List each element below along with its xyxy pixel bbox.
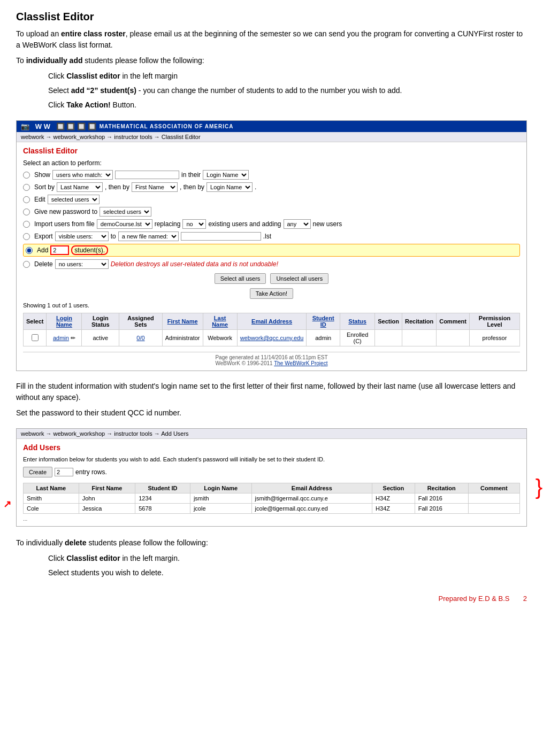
cell-login-name: jcole [190,504,251,514]
col-comment: Comment [468,483,519,493]
topbar-icons: 📷 W W 🔲 🔲 🔲 🔲 [21,122,96,130]
sort-select3[interactable]: Login NameLast NameFirst Name [207,182,253,192]
cell-status: Enrolled (C) [340,330,374,346]
cell-email: jcole@tigermail.qcc.cuny.ed [251,504,372,514]
row-checkbox[interactable] [32,334,39,341]
import-replace-select[interactable]: noyes [182,219,206,229]
add-radio[interactable] [26,247,33,254]
add-row: Add student(s). [23,244,520,257]
cell-student-id: 1234 [135,493,190,504]
classlist-editor-content: Classlist Editor Select an action to per… [17,142,526,371]
col-section: Section [372,483,415,493]
col-first-name: First Name [162,313,203,330]
arrow-annotation: ↗ [3,498,11,510]
take-action-button[interactable]: Take Action! [250,288,293,299]
classlist-editor-title: Classlist Editor [23,146,520,155]
create-count-input[interactable] [55,468,73,476]
col-email: Email Address [237,313,307,330]
edit-select[interactable]: selected usersvisible users [48,195,100,204]
users-table: Select Login Name Login Status Assigned … [23,313,520,346]
col-email: Email Address [251,483,372,493]
table-row: Smith John 1234 jsmith jsmith@tigermail.… [24,493,520,504]
col-first-name: First Name [79,483,135,493]
cell-last-name: Webwork [203,330,237,346]
unselect-all-button[interactable]: Unselect all users [270,273,328,284]
cell-comment [468,493,519,504]
intro-text-2: To [16,56,26,65]
cell-recitation [402,330,437,346]
ss2-bottom-note: ... [23,516,520,522]
ss2-content: Add Users Enter information below for st… [17,439,526,526]
col-select: Select [24,313,47,330]
export-filename-input[interactable] [181,232,261,241]
intro-bold-1: entire class roster [61,29,126,38]
delete-step1: Click Classlist editor in the left margi… [48,553,527,564]
delete-radio[interactable] [23,261,30,268]
col-last-name: Last Name [24,483,79,493]
showing-text: Showing 1 out of 1 users. [23,302,520,308]
action-buttons: Select all users Unselect all users [23,273,520,284]
cell-select [24,330,47,346]
table-header-row: Select Login Name Login Status Assigned … [24,313,520,330]
show-field-select[interactable]: Login Name First Name Last Name Email [203,170,249,180]
col-login-name: Login Name [47,313,82,330]
ss1-footer: Page generated at 11/14/2016 at 05:11pm … [23,352,520,366]
ss2-breadcrumb: webwork → webwork_workshop → instructor … [17,429,526,439]
import-radio[interactable] [23,221,30,228]
delete-step2: Select students you wish to delete. [48,567,527,578]
sort-select1[interactable]: Last NameFirst NameLogin Name [57,182,103,192]
topbar: 📷 W W 🔲 🔲 🔲 🔲 MATHEMATICAL ASSOCIATION O… [17,121,526,132]
middle-para2: Set the password to their student QCC id… [16,407,527,419]
select-all-button[interactable]: Select all users [215,273,266,284]
cell-comment [468,504,519,514]
intro-text-1: To upload an [16,29,61,38]
cell-first-name: John [79,493,135,504]
page-number: 2 [523,595,527,603]
intro-para1: To upload an entire class roster, please… [16,28,527,51]
col-student-id: Student ID [135,483,190,493]
add-table-header: Last Name First Name Student ID Login Na… [24,483,520,493]
show-select[interactable]: users who match: [52,170,113,180]
step2: Select add “2” student(s) - you can chan… [48,85,527,96]
create-button[interactable]: Create [23,467,52,477]
cell-last-name: Smith [24,493,79,504]
edit-radio[interactable] [23,196,30,203]
classlist-editor-screenshot: 📷 W W 🔲 🔲 🔲 🔲 MATHEMATICAL ASSOCIATION O… [16,120,527,371]
export-to-select[interactable]: a new file named: [118,232,179,241]
col-recitation: Recitation [402,313,437,330]
col-section: Section [375,313,402,330]
cell-login-name: admin ✏ [47,330,82,346]
col-last-name: Last Name [203,313,237,330]
password-radio[interactable] [23,209,30,215]
show-radio[interactable] [23,172,30,179]
col-assigned-sets: Assigned Sets [119,313,163,330]
add-users-screenshot: webwork → webwork_workshop → instructor … [16,428,527,527]
cell-permission: professor [469,330,519,346]
sort-select2[interactable]: First NameLast NameLogin Name [132,182,178,192]
password-select[interactable]: selected usersvisible users [100,207,151,217]
cell-comment [437,330,470,346]
import-file-select[interactable]: demoCourse.lst [97,219,152,229]
import-add-select[interactable]: anynone [284,219,311,229]
sort-radio[interactable] [23,184,30,191]
show-text-input[interactable] [115,171,179,179]
export-row: Export visible users:selected users: to … [23,232,520,241]
export-who-select[interactable]: visible users:selected users: [55,232,109,241]
col-permission: Permission Level [469,313,519,330]
topbar-logo: MATHEMATICAL ASSOCIATION OF AMERICA [100,124,234,129]
col-status: Status [340,313,374,330]
cell-last-name: Cole [24,504,79,514]
edit-row: Edit selected usersvisible users [23,195,520,204]
cell-recitation: Fall 2016 [415,493,468,504]
cell-email: webwork@qcc.cuny.edu [237,330,307,346]
cell-first-name: Administrator [162,330,203,346]
password-row: Give new password to selected usersvisib… [23,207,520,217]
step3: Click Take Action! Button. [48,99,527,111]
export-radio[interactable] [23,233,30,240]
import-row: Import users from file demoCourse.lst re… [23,219,520,229]
page-title: Classlist Editor [16,11,527,23]
delete-select[interactable]: no users:selected users: [55,259,109,269]
show-row: Show users who match: in their Login Nam… [23,170,520,180]
add-count-input[interactable] [50,245,69,255]
cell-student-id: admin [307,330,340,346]
